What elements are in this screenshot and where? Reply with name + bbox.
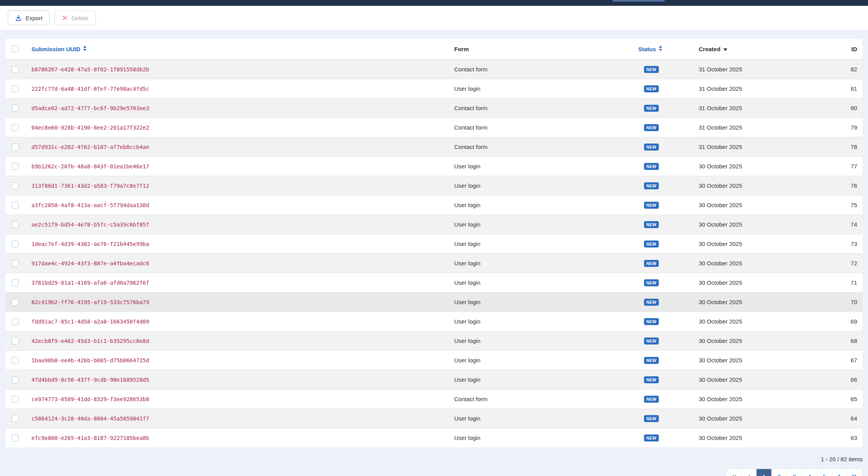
submission-uuid-link[interactable]: b9b1262c-28fb-48a8-843f-01ea1be46e17 bbox=[31, 163, 149, 170]
table-row[interactable]: ae2c5179-bd54-4e78-b5fc-c5a39c6bf85f Use… bbox=[5, 215, 863, 234]
form-name: User login bbox=[454, 221, 638, 228]
row-checkbox[interactable] bbox=[12, 299, 19, 306]
row-uuid-cell: 3781bd29-81a1-4169-afa6-afd0a7962f6f bbox=[31, 279, 454, 286]
submission-uuid-link[interactable]: efc9e808-e265-41a3-8187-9227185bea8b bbox=[31, 435, 149, 441]
status-badge: NEW bbox=[644, 163, 659, 170]
submission-uuid-link[interactable]: fdd91ac7-85c1-4d58-a2a8-1663450f4d09 bbox=[31, 318, 149, 325]
row-checkbox[interactable] bbox=[12, 124, 19, 131]
sort-by-uuid-link[interactable]: Submission UUID bbox=[31, 45, 87, 52]
row-checkbox[interactable] bbox=[12, 415, 19, 422]
created-date: 30 October 2025 bbox=[699, 221, 807, 228]
table-row[interactable]: 1baa90b8-ee4b-426b-b005-d75b0664725d Use… bbox=[5, 350, 863, 370]
table-row[interactable]: ce974773-0509-41dd-8329-f3ee928653b0 Con… bbox=[5, 389, 863, 408]
table-row[interactable]: 3781bd29-81a1-4169-afa6-afd0a7962f6f Use… bbox=[5, 273, 863, 292]
page-button-1[interactable]: 1 bbox=[756, 469, 771, 476]
row-checkbox[interactable] bbox=[12, 318, 19, 325]
row-checkbox[interactable] bbox=[12, 357, 19, 364]
page-button-4[interactable]: 4 bbox=[802, 469, 817, 476]
row-checkbox[interactable] bbox=[12, 163, 19, 170]
page-button-3[interactable]: 3 bbox=[786, 469, 802, 476]
delete-button[interactable]: Delete bbox=[55, 10, 95, 25]
submission-uuid-link[interactable]: 222fc77d-6a48-41df-8fef-77e90ac4fd5c bbox=[31, 86, 149, 92]
submission-uuid-link[interactable]: c5864124-3c28-40da-8004-45a5059041f7 bbox=[31, 415, 149, 422]
table-row[interactable]: fdd91ac7-85c1-4d58-a2a8-1663450f4d09 Use… bbox=[5, 312, 863, 331]
table-row[interactable]: b9b1262c-28fb-48a8-843f-01ea1be46e17 Use… bbox=[5, 156, 863, 176]
pagination-area: 1 - 20 / 82 items 12345 bbox=[5, 447, 863, 476]
form-name: Contact form bbox=[454, 124, 638, 131]
row-checkbox-cell bbox=[5, 241, 31, 248]
submission-uuid-link[interactable]: 1baa90b8-ee4b-426b-b005-d75b0664725d bbox=[31, 357, 149, 363]
sort-descending-icon bbox=[723, 46, 727, 52]
submission-uuid-link[interactable]: 04ec8e60-928b-4190-8ee2-201a17f322e2 bbox=[31, 125, 149, 131]
table-row[interactable]: a3fc2858-4af8-413a-aacf-5f794daa130d Use… bbox=[5, 195, 863, 215]
table-row[interactable]: b8786267-e428-47a5-8f02-1f891558db2b Con… bbox=[5, 59, 863, 79]
next-page-button[interactable] bbox=[832, 469, 847, 476]
header-status-cell: Status bbox=[638, 45, 699, 52]
export-button[interactable]: Export bbox=[8, 10, 50, 25]
table-row[interactable]: 04ec8e60-928b-4190-8ee2-201a17f322e2 Con… bbox=[5, 118, 863, 137]
table-row[interactable]: 917dae4c-4924-43f3-887e-a4fba4ecadc6 Use… bbox=[5, 253, 863, 273]
table-row[interactable]: d57d931c-e202-4f62-b187-af7eb8ccb4ae Con… bbox=[5, 137, 863, 156]
table-row[interactable]: c5864124-3c28-40da-8004-45a5059041f7 Use… bbox=[5, 408, 863, 428]
submission-uuid-link[interactable]: a3fc2858-4af8-413a-aacf-5f794daa130d bbox=[31, 202, 149, 208]
row-checkbox[interactable] bbox=[12, 260, 19, 267]
page-button-5[interactable]: 5 bbox=[817, 469, 832, 476]
table-row[interactable]: d5adce02-ad72-4777-bc6f-9b29e5703ee3 Con… bbox=[5, 98, 863, 118]
header-created-label: Created bbox=[699, 46, 720, 52]
row-checkbox[interactable] bbox=[12, 182, 19, 189]
table-row[interactable]: 1deac7ef-4d39-4302-ae76-f21b445e99ba Use… bbox=[5, 234, 863, 253]
form-name: User login bbox=[454, 338, 638, 344]
table-row[interactable]: 4fd4bbd9-0c56-437f-9cdb-98e1689528d5 Use… bbox=[5, 370, 863, 389]
form-name: User login bbox=[454, 434, 638, 441]
submission-uuid-link[interactable]: d5adce02-ad72-4777-bc6f-9b29e5703ee3 bbox=[31, 105, 149, 111]
previous-page-button[interactable] bbox=[741, 469, 756, 476]
form-name: User login bbox=[454, 357, 638, 363]
submission-uuid-link[interactable]: d57d931c-e202-4f62-b187-af7eb8ccb4ae bbox=[31, 144, 149, 150]
table-row[interactable]: efc9e808-e265-41a3-8187-9227185bea8b Use… bbox=[5, 428, 863, 447]
submission-uuid-link[interactable]: 917dae4c-4924-43f3-887e-a4fba4ecadc6 bbox=[31, 260, 149, 267]
select-all-checkbox[interactable] bbox=[12, 45, 19, 52]
submission-uuid-link[interactable]: b8786267-e428-47a5-8f02-1f891558db2b bbox=[31, 66, 149, 73]
row-checkbox[interactable] bbox=[12, 66, 19, 73]
last-page-button[interactable] bbox=[847, 469, 862, 476]
table-row[interactable]: 42ecb8f9-e462-45d3-b1c1-b35295cc8e8d Use… bbox=[5, 331, 863, 350]
row-checkbox[interactable] bbox=[12, 279, 19, 286]
submission-id: 69 bbox=[807, 318, 863, 325]
row-checkbox[interactable] bbox=[12, 105, 19, 112]
row-checkbox[interactable] bbox=[12, 396, 19, 403]
submission-uuid-link[interactable]: ce974773-0509-41dd-8329-f3ee928653b0 bbox=[31, 396, 149, 402]
status-badge: NEW bbox=[644, 260, 659, 267]
row-checkbox[interactable] bbox=[12, 221, 19, 228]
first-page-button[interactable] bbox=[726, 469, 741, 476]
form-name: User login bbox=[454, 279, 638, 286]
row-checkbox[interactable] bbox=[12, 434, 19, 441]
row-checkbox[interactable] bbox=[12, 85, 19, 92]
submission-uuid-link[interactable]: 4fd4bbd9-0c56-437f-9cdb-98e1689528d5 bbox=[31, 377, 149, 383]
row-checkbox[interactable] bbox=[12, 338, 19, 344]
status-badge: NEW bbox=[644, 376, 659, 383]
table-row[interactable]: 82c419b2-ff76-4195-af19-533c7576ba79 Use… bbox=[5, 292, 863, 312]
submission-uuid-link[interactable]: 3781bd29-81a1-4169-afa6-afd0a7962f6f bbox=[31, 280, 149, 286]
status-badge: NEW bbox=[644, 66, 659, 73]
row-checkbox[interactable] bbox=[12, 241, 19, 248]
sort-by-status-link[interactable]: Status bbox=[638, 45, 663, 52]
submission-uuid-link[interactable]: 313f86d1-7361-43d2-a583-f79a7c8e7f12 bbox=[31, 183, 149, 189]
submission-uuid-link[interactable]: 1deac7ef-4d39-4302-ae76-f21b445e99ba bbox=[31, 241, 149, 247]
row-checkbox[interactable] bbox=[12, 144, 19, 151]
table-row[interactable]: 222fc77d-6a48-41df-8fef-77e90ac4fd5c Use… bbox=[5, 79, 863, 98]
row-uuid-cell: c5864124-3c28-40da-8004-45a5059041f7 bbox=[31, 415, 454, 422]
submission-id: 70 bbox=[807, 299, 863, 305]
header-checkbox-cell bbox=[5, 45, 31, 52]
form-name: User login bbox=[454, 318, 638, 325]
submission-uuid-link[interactable]: ae2c5179-bd54-4e78-b5fc-c5a39c6bf85f bbox=[31, 222, 149, 228]
created-date: 31 October 2025 bbox=[699, 66, 807, 73]
submission-uuid-link[interactable]: 82c419b2-ff76-4195-af19-533c7576ba79 bbox=[31, 299, 149, 305]
page-button-2[interactable]: 2 bbox=[771, 469, 786, 476]
table-row[interactable]: 313f86d1-7361-43d2-a583-f79a7c8e7f12 Use… bbox=[5, 176, 863, 195]
row-checkbox[interactable] bbox=[12, 202, 19, 209]
sort-by-created-control[interactable]: Created bbox=[699, 46, 727, 52]
row-checkbox-cell bbox=[5, 182, 31, 189]
form-name: User login bbox=[454, 260, 638, 267]
row-checkbox[interactable] bbox=[12, 376, 19, 383]
submission-uuid-link[interactable]: 42ecb8f9-e462-45d3-b1c1-b35295cc8e8d bbox=[31, 338, 149, 344]
